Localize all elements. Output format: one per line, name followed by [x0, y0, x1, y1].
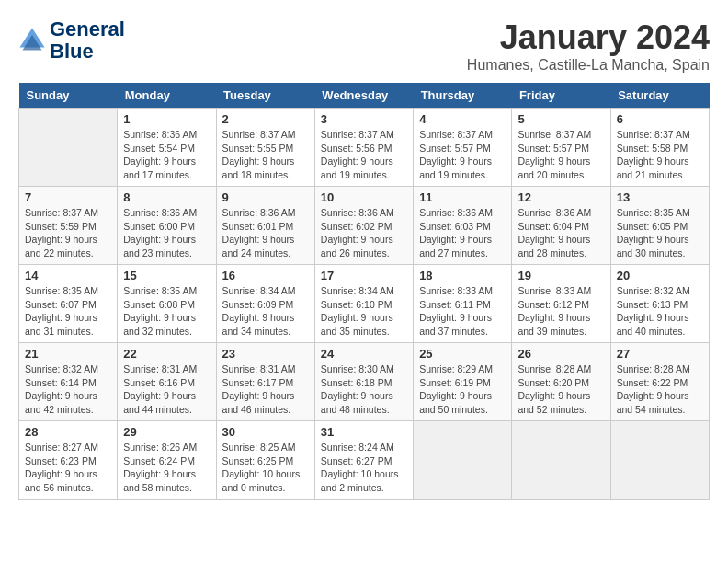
- logo-line1: General: [50, 18, 125, 40]
- logo: General Blue: [18, 18, 125, 63]
- calendar-cell: 8Sunrise: 8:36 AMSunset: 6:00 PMDaylight…: [118, 187, 216, 265]
- day-number: 24: [321, 347, 407, 361]
- day-number: 2: [222, 112, 309, 126]
- weekday-header: Sunday: [19, 83, 118, 109]
- day-info: Sunrise: 8:31 AMSunset: 6:17 PMDaylight:…: [222, 362, 309, 417]
- calendar-week-row: 28Sunrise: 8:27 AMSunset: 6:23 PMDayligh…: [19, 421, 710, 500]
- day-info: Sunrise: 8:33 AMSunset: 6:12 PMDaylight:…: [518, 284, 604, 339]
- calendar-cell: 5Sunrise: 8:37 AMSunset: 5:57 PMDaylight…: [512, 109, 610, 187]
- weekday-header-row: SundayMondayTuesdayWednesdayThursdayFrid…: [19, 83, 710, 109]
- day-number: 30: [222, 425, 309, 439]
- calendar-cell: 22Sunrise: 8:31 AMSunset: 6:16 PMDayligh…: [118, 343, 216, 421]
- calendar-cell: 13Sunrise: 8:35 AMSunset: 6:05 PMDayligh…: [610, 187, 709, 265]
- day-number: 4: [419, 112, 506, 126]
- day-info: Sunrise: 8:37 AMSunset: 5:59 PMDaylight:…: [25, 206, 111, 260]
- day-info: Sunrise: 8:32 AMSunset: 6:13 PMDaylight:…: [617, 284, 703, 339]
- day-info: Sunrise: 8:36 AMSunset: 6:02 PMDaylight:…: [321, 206, 407, 260]
- calendar-week-row: 21Sunrise: 8:32 AMSunset: 6:14 PMDayligh…: [19, 343, 710, 421]
- day-number: 5: [518, 112, 604, 126]
- day-number: 6: [617, 112, 703, 126]
- calendar-cell: 28Sunrise: 8:27 AMSunset: 6:23 PMDayligh…: [19, 421, 118, 500]
- day-number: 20: [617, 269, 703, 282]
- day-info: Sunrise: 8:37 AMSunset: 5:55 PMDaylight:…: [222, 128, 309, 182]
- day-info: Sunrise: 8:26 AMSunset: 6:24 PMDaylight:…: [123, 441, 210, 495]
- day-number: 22: [123, 347, 210, 361]
- day-info: Sunrise: 8:37 AMSunset: 5:56 PMDaylight:…: [321, 128, 407, 182]
- day-info: Sunrise: 8:36 AMSunset: 6:00 PMDaylight:…: [123, 206, 210, 260]
- calendar-cell: 4Sunrise: 8:37 AMSunset: 5:57 PMDaylight…: [414, 109, 512, 187]
- day-number: 9: [222, 190, 309, 204]
- calendar-cell: 1Sunrise: 8:36 AMSunset: 5:54 PMDaylight…: [118, 109, 216, 187]
- weekday-header: Wednesday: [314, 83, 413, 109]
- day-number: 29: [123, 425, 210, 439]
- day-number: 7: [25, 190, 111, 204]
- title-area: January 2024 Humanes, Castille-La Mancha…: [467, 18, 710, 74]
- calendar-cell: 19Sunrise: 8:33 AMSunset: 6:12 PMDayligh…: [512, 265, 610, 343]
- day-number: 31: [321, 425, 407, 439]
- day-info: Sunrise: 8:31 AMSunset: 6:16 PMDaylight:…: [123, 362, 210, 417]
- day-number: 3: [321, 112, 407, 126]
- calendar-cell: 6Sunrise: 8:37 AMSunset: 5:58 PMDaylight…: [610, 109, 709, 187]
- day-number: 15: [123, 269, 210, 282]
- weekday-header: Tuesday: [216, 83, 314, 109]
- day-info: Sunrise: 8:37 AMSunset: 5:57 PMDaylight:…: [518, 128, 604, 182]
- calendar-cell: [414, 421, 512, 500]
- day-info: Sunrise: 8:36 AMSunset: 6:01 PMDaylight:…: [222, 206, 309, 260]
- calendar-cell: 21Sunrise: 8:32 AMSunset: 6:14 PMDayligh…: [19, 343, 118, 421]
- day-info: Sunrise: 8:25 AMSunset: 6:25 PMDaylight:…: [222, 441, 309, 495]
- calendar-cell: 27Sunrise: 8:28 AMSunset: 6:22 PMDayligh…: [610, 343, 709, 421]
- day-info: Sunrise: 8:30 AMSunset: 6:18 PMDaylight:…: [321, 362, 407, 417]
- day-number: 28: [25, 425, 111, 439]
- calendar-week-row: 14Sunrise: 8:35 AMSunset: 6:07 PMDayligh…: [19, 265, 710, 343]
- day-number: 23: [222, 347, 309, 361]
- day-info: Sunrise: 8:27 AMSunset: 6:23 PMDaylight:…: [25, 441, 111, 495]
- calendar-cell: [610, 421, 709, 500]
- day-number: 11: [419, 190, 506, 204]
- calendar-cell: 16Sunrise: 8:34 AMSunset: 6:09 PMDayligh…: [216, 265, 314, 343]
- calendar-cell: 25Sunrise: 8:29 AMSunset: 6:19 PMDayligh…: [414, 343, 512, 421]
- subtitle: Humanes, Castille-La Mancha, Spain: [467, 57, 710, 74]
- calendar-cell: 17Sunrise: 8:34 AMSunset: 6:10 PMDayligh…: [314, 265, 413, 343]
- calendar-week-row: 1Sunrise: 8:36 AMSunset: 5:54 PMDaylight…: [19, 109, 710, 187]
- day-number: 19: [518, 269, 604, 282]
- calendar-cell: 24Sunrise: 8:30 AMSunset: 6:18 PMDayligh…: [314, 343, 413, 421]
- day-number: 21: [25, 347, 111, 361]
- calendar-cell: 26Sunrise: 8:28 AMSunset: 6:20 PMDayligh…: [512, 343, 610, 421]
- calendar-cell: 23Sunrise: 8:31 AMSunset: 6:17 PMDayligh…: [216, 343, 314, 421]
- calendar-cell: 12Sunrise: 8:36 AMSunset: 6:04 PMDayligh…: [512, 187, 610, 265]
- day-info: Sunrise: 8:36 AMSunset: 5:54 PMDaylight:…: [123, 128, 210, 182]
- day-info: Sunrise: 8:35 AMSunset: 6:05 PMDaylight:…: [617, 206, 703, 260]
- logo-icon: [18, 27, 46, 54]
- main-title: January 2024: [467, 18, 710, 57]
- day-number: 16: [222, 269, 309, 282]
- calendar-cell: 20Sunrise: 8:32 AMSunset: 6:13 PMDayligh…: [610, 265, 709, 343]
- day-info: Sunrise: 8:33 AMSunset: 6:11 PMDaylight:…: [419, 284, 506, 339]
- calendar-week-row: 7Sunrise: 8:37 AMSunset: 5:59 PMDaylight…: [19, 187, 710, 265]
- day-info: Sunrise: 8:36 AMSunset: 6:03 PMDaylight:…: [419, 206, 506, 260]
- day-number: 1: [123, 112, 210, 126]
- day-info: Sunrise: 8:37 AMSunset: 5:58 PMDaylight:…: [617, 128, 703, 182]
- day-number: 12: [518, 190, 604, 204]
- calendar-cell: 11Sunrise: 8:36 AMSunset: 6:03 PMDayligh…: [414, 187, 512, 265]
- day-number: 26: [518, 347, 604, 361]
- calendar-cell: [512, 421, 610, 500]
- calendar-cell: 31Sunrise: 8:24 AMSunset: 6:27 PMDayligh…: [314, 421, 413, 500]
- day-info: Sunrise: 8:37 AMSunset: 5:57 PMDaylight:…: [419, 128, 506, 182]
- day-number: 18: [419, 269, 506, 282]
- day-info: Sunrise: 8:34 AMSunset: 6:10 PMDaylight:…: [321, 284, 407, 339]
- weekday-header: Saturday: [610, 83, 709, 109]
- day-number: 25: [419, 347, 506, 361]
- calendar-cell: 15Sunrise: 8:35 AMSunset: 6:08 PMDayligh…: [118, 265, 216, 343]
- page-header: General Blue January 2024 Humanes, Casti…: [18, 18, 710, 74]
- weekday-header: Thursday: [414, 83, 512, 109]
- day-number: 10: [321, 190, 407, 204]
- day-info: Sunrise: 8:28 AMSunset: 6:20 PMDaylight:…: [518, 362, 604, 417]
- day-info: Sunrise: 8:24 AMSunset: 6:27 PMDaylight:…: [321, 441, 407, 495]
- day-info: Sunrise: 8:29 AMSunset: 6:19 PMDaylight:…: [419, 362, 506, 417]
- calendar-cell: 10Sunrise: 8:36 AMSunset: 6:02 PMDayligh…: [314, 187, 413, 265]
- day-info: Sunrise: 8:28 AMSunset: 6:22 PMDaylight:…: [617, 362, 703, 417]
- calendar-cell: 29Sunrise: 8:26 AMSunset: 6:24 PMDayligh…: [118, 421, 216, 500]
- day-number: 14: [25, 269, 111, 282]
- calendar-cell: [19, 109, 118, 187]
- calendar-cell: 9Sunrise: 8:36 AMSunset: 6:01 PMDaylight…: [216, 187, 314, 265]
